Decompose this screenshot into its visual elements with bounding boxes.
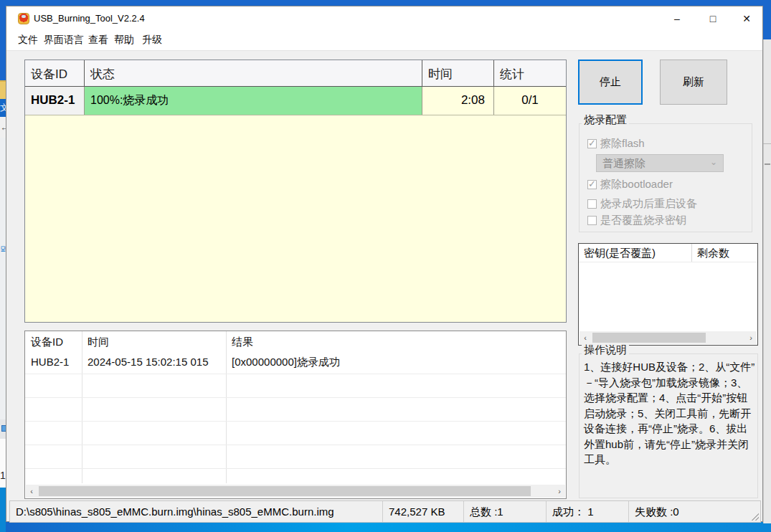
- col-stats: 统计: [494, 60, 566, 86]
- chevron-down-icon: ⌄: [710, 157, 717, 167]
- menu-file[interactable]: 文件: [18, 34, 38, 47]
- status-bar: D:\s805\hinas_s805_eMMC.burn.img\hinas_s…: [9, 500, 761, 523]
- col-time: 时间: [422, 60, 494, 86]
- resize-grip-icon[interactable]: [752, 513, 759, 521]
- background-divider-2: [765, 163, 770, 165]
- scrollbar-thumb[interactable]: [592, 333, 706, 343]
- desktop-right-strip: [763, 0, 771, 39]
- app-icon: [18, 13, 29, 24]
- desktop-left-strip: [0, 6, 6, 80]
- status-file-size: 742,527 KB: [383, 501, 464, 522]
- stats-cell: 0/1: [494, 87, 566, 115]
- window-title: USB_Burning_Tool_V2.2.4: [34, 13, 145, 24]
- desktop-bottom-left: [0, 488, 6, 532]
- log-table-scrollbar[interactable]: ‹ ›: [26, 485, 565, 498]
- log-table: 设备ID 时间 结果 HUB2-1 2024-05-15 15:02:15 01…: [24, 331, 567, 499]
- menu-bar: 文件 界面语言 查看 帮助 升级: [6, 29, 762, 51]
- progress-cell: 100%:烧录成功: [85, 87, 422, 115]
- maximize-button[interactable]: □: [701, 11, 725, 27]
- operation-guide-text: 1、连接好HUB及设备；2、从“文件”－“导入烧录包”加载烧录镜像；3、选择烧录…: [584, 359, 758, 467]
- scrollbar-thumb[interactable]: [39, 486, 531, 496]
- title-bar: USB_Burning_Tool_V2.2.4 – □ ✕: [6, 6, 762, 29]
- status-success-count: 成功： 1: [547, 501, 629, 522]
- reboot-after-success-label: 烧录成功后重启设备: [600, 197, 697, 211]
- device-row[interactable]: HUB2-1 100%:烧录成功 2:08 0/1: [25, 87, 566, 115]
- col-device-id: 设备ID: [25, 60, 85, 86]
- checkbox-unchecked-icon: [587, 199, 597, 209]
- overwrite-key-checkbox[interactable]: 是否覆盖烧录密钥: [587, 214, 686, 227]
- log-time: 2024-05-15 15:02:15 015: [82, 351, 226, 374]
- log-row[interactable]: HUB2-1 2024-05-15 15:02:15 015 [0x000000…: [25, 351, 566, 374]
- scroll-left-icon[interactable]: ‹: [26, 487, 37, 495]
- col-result: 结果: [226, 331, 566, 351]
- col-device-id: 设备ID: [25, 331, 82, 351]
- device-table-header: 设备ID 状态 时间 统计: [25, 60, 566, 87]
- checkbox-checked-icon: [587, 139, 597, 148]
- reboot-after-success-checkbox[interactable]: 烧录成功后重启设备: [587, 197, 697, 211]
- key-table-scrollbar[interactable]: ‹ ›: [580, 331, 757, 344]
- refresh-button[interactable]: 刷新: [660, 60, 727, 105]
- checkbox-unchecked-icon: [587, 216, 597, 225]
- menu-view[interactable]: 查看: [88, 34, 108, 47]
- log-result: [0x00000000]烧录成功: [226, 351, 566, 374]
- menu-help[interactable]: 帮助: [114, 34, 134, 47]
- log-table-header: 设备ID 时间 结果: [25, 331, 566, 351]
- menu-language[interactable]: 界面语言: [44, 34, 84, 47]
- scroll-right-icon[interactable]: ›: [745, 333, 757, 342]
- status-total-count: 总数 :1: [464, 501, 547, 522]
- col-time: 时间: [82, 331, 226, 351]
- burn-config-title: 烧录配置: [582, 113, 629, 127]
- erase-bootloader-label: 擦除bootloader: [600, 178, 673, 191]
- erase-flash-label: 擦除flash: [600, 137, 645, 151]
- background-window-edge: [0, 138, 6, 439]
- erase-flash-checkbox[interactable]: 擦除flash: [587, 137, 645, 151]
- key-table-header: 密钥(是否覆盖) 剩余数: [579, 244, 757, 262]
- col-status: 状态: [85, 60, 422, 86]
- time-cell: 2:08: [422, 87, 494, 115]
- menu-upgrade[interactable]: 升级: [142, 34, 162, 47]
- background-divider: [763, 143, 771, 144]
- desktop-background: 文 ← 🖳 13 USB_Burning_Tool_V2.2.4 – □ ✕ 文…: [0, 0, 771, 532]
- background-window-right-edge: [763, 39, 771, 523]
- erase-mode-dropdown[interactable]: 普通擦除 ⌄: [596, 154, 724, 172]
- device-id-cell: HUB2-1: [25, 87, 85, 115]
- status-failed-label: 失败数 :0: [635, 505, 679, 518]
- key-table: 密钥(是否覆盖) 剩余数 ‹ ›: [578, 243, 758, 346]
- erase-mode-value: 普通擦除: [602, 157, 645, 169]
- device-table: 设备ID 状态 时间 统计 HUB2-1 100%:烧录成功 2:08 0/1: [24, 60, 567, 323]
- col-remaining: 剩余数: [692, 244, 757, 262]
- usb-burning-tool-window: USB_Burning_Tool_V2.2.4 – □ ✕ 文件 界面语言 查看…: [6, 6, 763, 522]
- stop-button[interactable]: 停止: [578, 60, 643, 105]
- log-device-id: HUB2-1: [25, 351, 82, 374]
- status-file-path: D:\s805\hinas_s805_eMMC.burn.img\hinas_s…: [10, 501, 383, 522]
- scroll-right-icon[interactable]: ›: [554, 487, 565, 495]
- checkbox-checked-icon: [587, 180, 597, 189]
- minimize-button[interactable]: –: [665, 11, 689, 27]
- desktop-top-strip: [0, 0, 771, 6]
- status-failed-count: 失败数 :0: [629, 501, 760, 522]
- operation-guide-title: 操作说明: [582, 343, 629, 357]
- overwrite-key-label: 是否覆盖烧录密钥: [600, 214, 686, 227]
- scroll-left-icon[interactable]: ‹: [580, 333, 591, 342]
- close-button[interactable]: ✕: [734, 11, 759, 27]
- erase-bootloader-checkbox[interactable]: 擦除bootloader: [587, 178, 673, 191]
- col-key: 密钥(是否覆盖): [579, 244, 692, 262]
- progress-label: 100%:烧录成功: [90, 93, 169, 108]
